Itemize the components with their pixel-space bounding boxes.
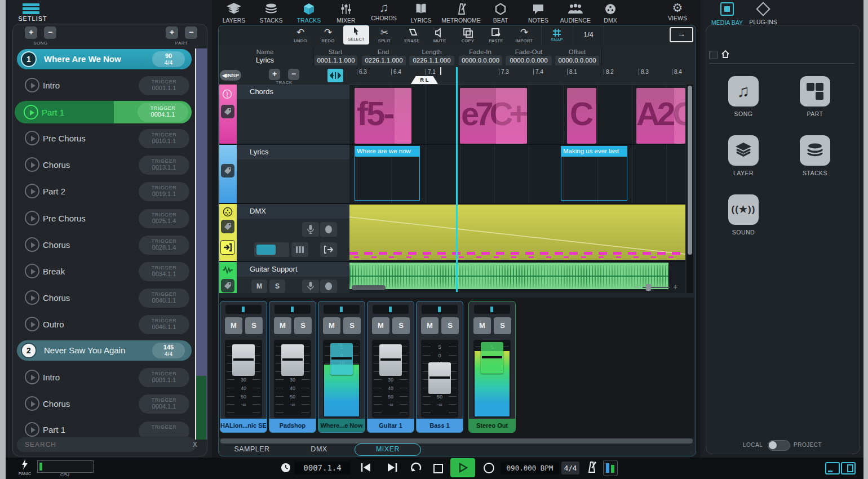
solo-button[interactable]: S [494,317,511,334]
chords-track-header[interactable]: Chords [237,85,349,99]
mute-button[interactable]: M [323,317,340,334]
audio-event[interactable] [349,263,668,289]
play-part-icon[interactable] [25,370,39,384]
chords-tag-icon[interactable] [221,105,234,118]
mixer-channel-padshop[interactable]: M S 5 0 10 20 30 40 50 -∞ Padshop [269,301,316,433]
dmx-track-header[interactable]: DMX [237,204,349,219]
forward-arrow-button[interactable]: → [670,27,693,42]
mute-button[interactable]: M [421,317,439,334]
remove-part-button[interactable]: − [185,26,197,39]
play-part-icon[interactable] [25,157,39,172]
dmx-mic-button[interactable] [302,222,319,237]
guitar-mute-button[interactable]: M [251,280,267,293]
snap-button[interactable]: SNAP [540,27,574,42]
remove-track-button[interactable]: − [288,69,299,80]
setlist-menu-icon[interactable] [23,3,39,14]
add-song-button[interactable]: + [25,26,37,39]
part-row-prechorus2[interactable]: Pre Chorus TRIGGER 0025.1.4 [17,207,192,230]
part-row-outro[interactable]: Outro TRIGGER 0046.1.1 [17,313,192,336]
setlist-scrollbar-song2-region[interactable] [196,376,206,440]
lyric-event-2[interactable]: Making us ever last [561,146,627,201]
tab-views[interactable]: ⚙ VIEWS [655,1,700,21]
zoom-out-button[interactable]: − [635,282,639,291]
lyrics-track-header[interactable]: Lyrics [237,145,349,159]
play-part-icon[interactable] [25,211,39,225]
mixer-channel-bass1[interactable]: M S 5 0 10 20 30 40 50 -∞ Bass 1 [416,301,463,433]
fadeout-value[interactable]: 0000.0.0.000 [506,56,552,65]
play-part-icon[interactable] [25,422,39,437]
dmx-track-strip[interactable] [219,204,237,261]
solo-button[interactable]: S [343,317,361,334]
media-bay-checkbox[interactable] [709,51,718,59]
mixer-channel-guitar1[interactable]: M S 5 0 10 20 30 40 50 -∞ Guitar 1 [367,301,414,433]
bottom-tab-sampler[interactable]: SAMPLER [229,445,274,453]
fader-area[interactable]: 5 0 10 20 30 40 50 -∞ [274,340,311,418]
channel-label[interactable]: Guitar 1 [367,419,414,432]
mute-button[interactable]: M [473,317,491,334]
remove-song-button[interactable]: − [44,26,56,39]
lyrics-tag-icon[interactable] [221,164,234,178]
skip-to-start-button[interactable] [360,463,372,474]
part-row-s2-part1[interactable]: Part 1 TRIGGER [17,419,192,437]
play-part-icon[interactable] [25,396,39,411]
part-row-prechorus[interactable]: Pre Chorus TRIGGER 0010.1.1 [17,127,192,150]
mute-button[interactable]: M [372,317,389,334]
media-tile-stacks[interactable] [800,135,830,166]
dmx-input-icon[interactable] [220,240,235,255]
marker-tool-button[interactable] [327,69,343,82]
solo-button[interactable]: S [392,317,410,334]
part-row-chorus3[interactable]: Chorus TRIGGER 0040.1.1 [17,287,192,309]
chord-event-2[interactable]: e7C+ [460,88,527,144]
mixer-channel-halion[interactable]: M S 5 0 10 20 30 40 50 -∞ HALion...nic S… [220,301,267,433]
fader-area[interactable]: 5 0 10 20 30 40 50 -∞ [473,340,511,418]
mixer-channel-wherearewenow[interactable]: M S 5 0 10 20 30 40 50 -∞ Where...e Now [318,301,365,433]
play-part-icon[interactable] [25,264,39,278]
search-clear-button[interactable]: X [193,441,197,449]
zoom-in-button[interactable]: + [673,282,677,291]
lyrics-track-strip[interactable] [219,145,237,203]
start-value[interactable]: 0001.1.1.000 [315,56,357,65]
add-track-button[interactable]: + [269,69,280,80]
snap-value-cell[interactable]: 1/4 [573,26,604,45]
channel-label[interactable]: Padshop [269,419,316,432]
dmx-tag-icon[interactable] [221,220,234,233]
channel-label[interactable]: HALion...nic SE [220,419,267,432]
part-row-chorus[interactable]: Chorus TRIGGER 0013.1.1 [17,154,192,176]
tracks-vscrollbar[interactable] [687,85,693,293]
offset-value[interactable]: 0000.0.0.000 [555,56,599,65]
dmx-event[interactable] [349,205,685,260]
metronome-toggle[interactable] [585,460,597,476]
play-part-icon[interactable] [25,184,39,198]
window-layout-button-2[interactable] [841,462,856,474]
fader-handle[interactable] [428,362,451,394]
media-tile-sound[interactable]: ((★)) [728,194,759,225]
inspector-button[interactable]: ◀INSP [220,70,241,81]
tracks-hscroll-thumb[interactable] [352,285,386,290]
mute-button[interactable]: M [225,317,242,334]
fader-area[interactable]: 5 0 10 20 30 40 50 -∞ [323,340,360,418]
solo-button[interactable]: S [245,317,263,334]
bottom-tab-dmx[interactable]: DMX [302,445,336,453]
fader-area[interactable]: 5 0 10 20 30 40 50 -∞ [421,340,458,418]
length-value[interactable]: 0226.1.1.000 [409,56,454,65]
guitar-track-strip[interactable] [219,262,237,293]
song-item-2[interactable]: 2 Never Saw You Again 145 4/4 [17,340,192,361]
guitar-solo-button[interactable]: S [269,280,285,293]
lyric-event-1[interactable]: Where are we now [355,146,420,201]
home-icon[interactable] [721,50,730,61]
chord-event-4[interactable]: A2C [636,88,685,144]
part-row-part1-active[interactable]: Part 1 TRIGGER 0004.1.1 [15,101,192,123]
channel-label[interactable]: Stereo Out [469,419,515,432]
play-part-icon[interactable] [25,237,39,252]
solo-button[interactable]: S [441,317,459,334]
play-part-icon[interactable] [25,317,39,331]
chord-event-3[interactable]: C [567,88,596,144]
time-display[interactable]: 0007.1.4 [294,462,351,474]
fader-area[interactable]: 5 0 10 20 30 40 50 -∞ [372,340,409,418]
fader-handle[interactable] [281,344,304,376]
channel-label[interactable]: Bass 1 [417,419,463,432]
tab-plug-ins[interactable]: PLUG-INS [741,2,786,25]
chords-track-strip[interactable] [219,85,237,144]
tab-metronome[interactable]: METRONOME [439,2,484,24]
timesig-display[interactable]: 4/4 [561,462,579,474]
